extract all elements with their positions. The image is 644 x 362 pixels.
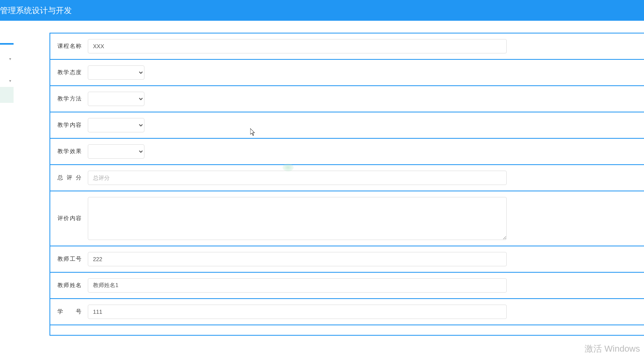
form-row-teaching-effect: 教学效果 [50,139,644,165]
form-row-teacher-id: 教师工号 [50,246,644,273]
app-header: 管理系统设计与开发 [0,0,644,21]
sidebar-marker [0,43,14,45]
course-name-label: 课程名称 [57,43,81,50]
app-title: 管理系统设计与开发 [0,5,72,16]
form-row-teacher-name: 教师姓名 [50,273,644,299]
teaching-effect-select[interactable] [88,144,144,159]
form-row-course-name: 课程名称 [50,33,644,60]
sidebar: ▾ ▾ [0,21,14,362]
student-id-input[interactable] [88,305,507,319]
teacher-id-label: 教师工号 [57,256,81,263]
course-name-input[interactable] [88,39,507,53]
total-score-label: 总评分 [57,174,81,181]
chevron-down-icon[interactable]: ▾ [9,79,11,83]
teaching-method-label: 教学方法 [57,95,81,102]
teaching-effect-label: 教学效果 [57,148,81,155]
evaluation-content-label: 评价内容 [57,215,81,222]
main-container: ▾ ▾ 课程名称 教学态度 教学方法 [0,21,644,362]
total-score-input[interactable] [88,171,507,185]
student-id-label: 学号 [57,308,81,315]
windows-watermark: 激活 Windows [585,343,640,355]
form-row-total-score: 总评分 [50,165,644,191]
form-row-teaching-method: 教学方法 [50,86,644,112]
content-area: 课程名称 教学态度 教学方法 教学内容 [14,21,644,362]
form-row-student-id: 学号 [50,299,644,325]
form-row-evaluation-content: 评价内容 [50,191,644,246]
teaching-method-select[interactable] [88,92,144,106]
teacher-name-input[interactable] [88,278,507,293]
teacher-id-input[interactable] [88,252,507,266]
teaching-attitude-label: 教学态度 [57,69,81,76]
evaluation-content-textarea[interactable] [88,197,507,240]
form-row-teaching-attitude: 教学态度 [50,60,644,86]
teaching-content-label: 教学内容 [57,122,81,129]
teaching-content-select[interactable] [88,118,144,132]
teacher-name-label: 教师姓名 [57,282,81,289]
teaching-attitude-select[interactable] [88,65,144,80]
form-panel: 课程名称 教学态度 教学方法 教学内容 [49,33,644,336]
sidebar-selected-item[interactable] [0,87,14,103]
form-row-teaching-content: 教学内容 [50,112,644,139]
chevron-down-icon[interactable]: ▾ [9,57,11,61]
